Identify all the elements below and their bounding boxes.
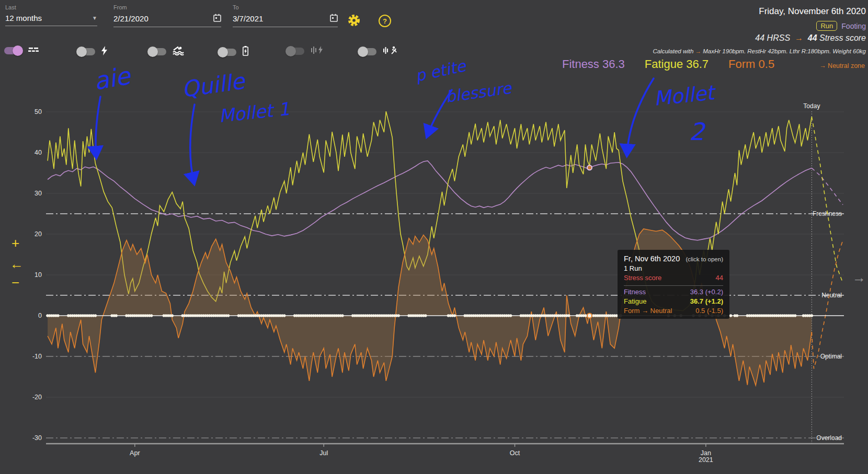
to-date-value[interactable]: 3/7/2021 (233, 14, 263, 23)
fitness-fatigue-form-chart[interactable]: FreshnessNeutralOptimalOverloadToday5040… (0, 0, 868, 474)
strength-run-icon (383, 46, 398, 57)
handwritten-annotation: blessure (444, 78, 513, 106)
activity-dot[interactable] (424, 314, 427, 317)
chart-legend: Fitness 36.3 Fatigue 36.7 Form 0.5 → Neu… (562, 57, 865, 71)
series-toggle-row (0, 46, 408, 60)
y-axis-tick-label: 10 (35, 271, 42, 279)
handwritten-arrow (190, 105, 195, 183)
activity-dot[interactable] (729, 314, 732, 317)
activity-dot[interactable] (94, 314, 97, 317)
tooltip-activities: 1 Run (624, 264, 723, 272)
x-axis-month-label: Jul (319, 449, 328, 457)
activity-dot[interactable] (453, 314, 456, 317)
to-date-field[interactable]: To 3/7/2021 (233, 4, 338, 27)
y-axis-tick-label: 20 (35, 230, 42, 238)
form-projection-line (812, 240, 843, 369)
settings-gear-icon[interactable] (347, 14, 361, 29)
calendar-icon[interactable] (330, 14, 338, 24)
activity-dot[interactable] (171, 314, 174, 317)
handwritten-annotation: Quille (180, 68, 247, 102)
calc-settings-note: Calculated with → MaxHr 190bpm. RestHr 4… (653, 48, 866, 54)
arrow-right-icon: → (695, 48, 702, 54)
hovered-point-marker[interactable] (587, 165, 592, 170)
activity-row[interactable]: Run Footing (816, 21, 866, 31)
activity-dot[interactable] (56, 314, 59, 317)
legend-form[interactable]: Form 0.5 (728, 57, 774, 71)
range-select-label: Last (5, 4, 97, 10)
toggle-swim[interactable] (149, 46, 184, 57)
fitness-projection-line (812, 168, 843, 205)
lightning-icon (101, 46, 108, 57)
activity-dot[interactable] (227, 314, 230, 317)
activity-dot[interactable] (341, 314, 344, 317)
y-axis-tick-label: 50 (35, 108, 42, 115)
fitness-line (48, 161, 812, 240)
arrow-right-icon: → (795, 33, 803, 42)
tooltip-fatigue-row: Fatigue36.7 (+1.2) (624, 297, 723, 305)
legend-fatigue[interactable]: Fatigue 36.7 (645, 57, 709, 71)
from-date-value[interactable]: 2/21/2020 (113, 14, 149, 23)
toggle-battery[interactable] (219, 46, 248, 58)
activity-dot[interactable] (283, 314, 285, 317)
range-select-field[interactable]: Last 12 months ▼ (5, 4, 97, 26)
stress-summary: 44 HRSS → 44 Stress score (755, 33, 866, 43)
tune-lightning-icon (311, 46, 324, 56)
y-axis-tick-label: -20 (32, 394, 42, 401)
hovered-point-marker[interactable] (587, 314, 592, 318)
today-label: Today (803, 102, 820, 110)
x-axis-year-label: 2021 (699, 456, 713, 464)
threshold-label: Overload (816, 434, 842, 442)
to-date-label: To (233, 4, 338, 10)
y-axis-tick-label: -10 (32, 353, 42, 360)
tooltip-fitness-row: Fitness36.3 (+0.2) (624, 288, 723, 296)
activity-type-badge[interactable]: Run (816, 21, 837, 31)
x-axis-month-label: Apr (130, 449, 140, 457)
pan-left-button[interactable]: ← (10, 257, 24, 271)
handwritten-annotation: aie (92, 61, 134, 96)
handwritten-annotation: 2 (689, 118, 706, 146)
swim-icon (173, 46, 184, 57)
handwritten-annotation: p etite (414, 56, 468, 85)
fatigue-projection-line (812, 117, 843, 283)
selected-date-heading: Friday, November 6th 2020 (759, 6, 866, 17)
from-date-field[interactable]: From 2/21/2020 (113, 4, 221, 27)
zoom-in-button[interactable]: + (12, 236, 19, 250)
activity-dot[interactable] (115, 314, 117, 317)
y-axis-tick-label: 0 (38, 312, 42, 319)
fitness-app: FreshnessNeutralOptimalOverloadToday5040… (0, 0, 868, 474)
toggle-strength-run[interactable] (359, 46, 398, 57)
y-axis-tick-label: 40 (35, 149, 42, 156)
threshold-label: Optimal (820, 353, 842, 360)
tooltip-date: Fr, Nov 6th 2020 (624, 255, 680, 263)
tooltip-open-hint[interactable]: (click to open) (686, 256, 723, 262)
legend-fitness[interactable]: Fitness 36.3 (562, 57, 625, 71)
activity-name[interactable]: Footing (841, 22, 866, 30)
range-select-value[interactable]: 12 months (5, 14, 42, 22)
activity-dot[interactable] (794, 314, 796, 317)
dashes-icon (28, 46, 39, 55)
activity-dot[interactable] (509, 314, 512, 317)
handwritten-annotation: Mollet (653, 81, 717, 110)
y-axis-tick-label: 30 (35, 190, 42, 197)
toggle-intensity[interactable] (287, 46, 324, 56)
activity-dot[interactable] (567, 314, 570, 317)
calendar-icon[interactable] (213, 14, 221, 24)
pan-right-button[interactable]: → (852, 271, 866, 284)
zoom-out-button[interactable]: − (12, 276, 19, 290)
activity-dot[interactable] (736, 314, 738, 317)
chart-tooltip[interactable]: Fr, Nov 6th 2020 (click to open) 1 Run S… (618, 250, 729, 319)
y-axis-tick-label: -30 (32, 434, 42, 442)
handwritten-annotation: Mollet 1 (218, 98, 291, 126)
activity-dot[interactable] (397, 314, 399, 317)
activity-dot[interactable] (150, 314, 153, 317)
x-axis-month-label: Jan (701, 449, 711, 457)
tooltip-stress-row: Stress score44 (624, 274, 723, 282)
tooltip-form-row: Form → Neutral0.5 (-1.5) (624, 307, 723, 315)
toggle-power[interactable] (77, 46, 108, 57)
help-icon[interactable]: ? (379, 15, 391, 27)
chevron-down-icon[interactable]: ▼ (92, 15, 97, 21)
toggle-form-dashes[interactable] (4, 46, 39, 55)
activity-dot[interactable] (810, 314, 813, 317)
legend-form-zone: → Neutral zone (819, 62, 865, 70)
from-date-label: From (113, 4, 221, 10)
